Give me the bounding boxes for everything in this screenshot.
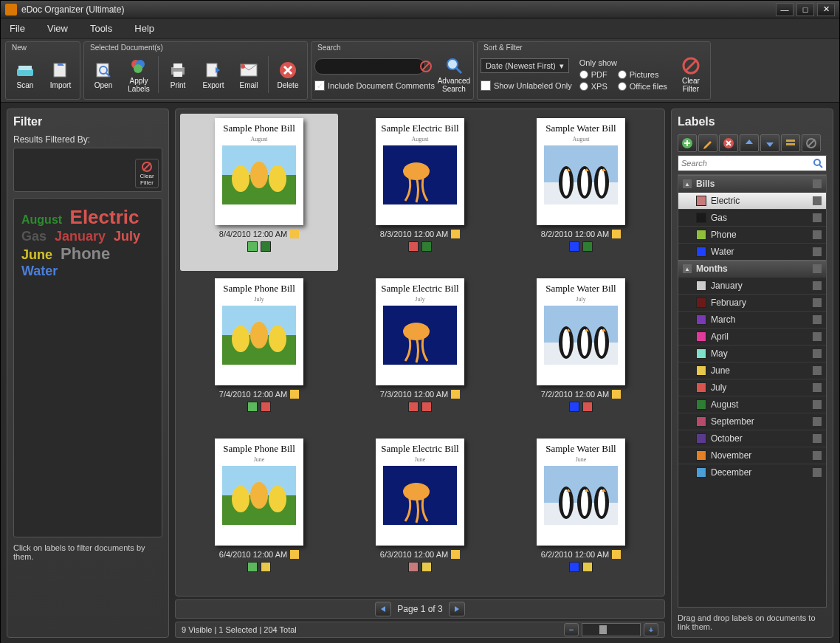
label-item[interactable]: March bbox=[678, 311, 826, 328]
clear-filter-small-button[interactable]: Clear Filter bbox=[135, 159, 159, 188]
export-button[interactable]: Export bbox=[197, 54, 230, 95]
label-checkbox[interactable] bbox=[813, 298, 822, 307]
label-edit-button[interactable] bbox=[698, 134, 717, 152]
label-item[interactable]: January bbox=[678, 277, 826, 294]
label-down-button[interactable] bbox=[760, 134, 779, 152]
label-item[interactable]: December bbox=[678, 464, 826, 481]
document-cell[interactable]: Sample Phone BillJuly7/4/2010 12:00 AM bbox=[180, 274, 338, 431]
document-cell[interactable]: Sample Water BillJuly7/2/2010 12:00 AM bbox=[502, 274, 660, 431]
note-icon[interactable] bbox=[451, 390, 460, 399]
note-icon[interactable] bbox=[290, 390, 299, 399]
label-item[interactable]: November bbox=[678, 447, 826, 464]
label-checkbox[interactable] bbox=[813, 213, 822, 222]
office-radio[interactable] bbox=[618, 82, 627, 91]
sort-dropdown[interactable]: Date (Newest First) ▾ bbox=[481, 58, 569, 73]
note-icon[interactable] bbox=[451, 550, 460, 559]
label-search-input[interactable] bbox=[681, 159, 813, 168]
delete-button[interactable]: Delete bbox=[272, 54, 304, 95]
group-checkbox[interactable] bbox=[813, 264, 822, 273]
label-up-button[interactable] bbox=[740, 134, 759, 152]
label-add-button[interactable] bbox=[678, 134, 697, 152]
pdf-radio[interactable] bbox=[579, 70, 588, 79]
label-group-header[interactable]: ▴Bills bbox=[678, 175, 826, 192]
label-checkbox[interactable] bbox=[813, 434, 822, 443]
menu-view[interactable]: View bbox=[47, 23, 68, 34]
filter-tag[interactable]: Gas bbox=[21, 229, 50, 244]
email-button[interactable]: Email bbox=[233, 54, 265, 95]
unlabeled-checkbox[interactable] bbox=[481, 80, 491, 91]
note-icon[interactable] bbox=[612, 230, 621, 238]
label-item[interactable]: Electric bbox=[678, 192, 826, 209]
label-checkbox[interactable] bbox=[813, 349, 822, 358]
note-icon[interactable] bbox=[451, 230, 460, 238]
print-button[interactable]: Print bbox=[162, 54, 194, 95]
label-item[interactable]: June bbox=[678, 362, 826, 379]
menu-file[interactable]: File bbox=[10, 23, 25, 34]
maximize-button[interactable]: □ bbox=[796, 3, 814, 16]
search-icon[interactable] bbox=[813, 158, 823, 168]
filter-tag[interactable]: Water bbox=[21, 264, 58, 278]
label-checkbox[interactable] bbox=[813, 468, 822, 477]
note-icon[interactable] bbox=[290, 550, 299, 559]
collapse-icon[interactable]: ▴ bbox=[683, 179, 692, 188]
import-button[interactable]: Import bbox=[44, 54, 77, 95]
label-checkbox[interactable] bbox=[813, 196, 822, 205]
scan-button[interactable]: Scan bbox=[9, 54, 41, 95]
group-checkbox[interactable] bbox=[813, 179, 822, 188]
label-checkbox[interactable] bbox=[813, 315, 822, 324]
label-item[interactable]: April bbox=[678, 328, 826, 345]
next-page-button[interactable] bbox=[449, 602, 465, 616]
filter-tag[interactable]: Phone bbox=[61, 244, 110, 263]
open-button[interactable]: Open bbox=[87, 54, 120, 95]
label-checkbox[interactable] bbox=[813, 230, 822, 239]
zoom-out-button[interactable]: − bbox=[564, 623, 579, 636]
label-checkbox[interactable] bbox=[813, 400, 822, 409]
include-comments-checkbox[interactable]: ✓ bbox=[314, 80, 325, 91]
filter-tag[interactable]: August bbox=[21, 213, 66, 226]
document-cell[interactable]: Sample Electric BillJune6/3/2010 12:00 A… bbox=[341, 434, 499, 591]
document-cell[interactable]: Sample Electric BillAugust8/3/2010 12:00… bbox=[341, 114, 499, 271]
label-item[interactable]: September bbox=[678, 413, 826, 430]
filter-tag[interactable]: Electric bbox=[70, 206, 140, 228]
label-item[interactable]: October bbox=[678, 430, 826, 447]
search-input[interactable] bbox=[318, 62, 420, 71]
collapse-icon[interactable]: ▴ bbox=[683, 264, 692, 273]
label-group-button[interactable] bbox=[781, 134, 800, 152]
label-item[interactable]: Water bbox=[678, 243, 826, 260]
label-checkbox[interactable] bbox=[813, 281, 822, 290]
label-item[interactable]: August bbox=[678, 396, 826, 413]
label-item[interactable]: July bbox=[678, 379, 826, 396]
apply-labels-button[interactable]: Apply Labels bbox=[123, 54, 155, 95]
prev-page-button[interactable] bbox=[375, 602, 391, 616]
menu-help[interactable]: Help bbox=[134, 23, 154, 34]
xps-radio[interactable] bbox=[579, 82, 588, 91]
advanced-search-button[interactable]: Advanced Search bbox=[438, 54, 470, 95]
clear-filter-button[interactable]: Clear Filter bbox=[675, 54, 707, 95]
label-checkbox[interactable] bbox=[813, 366, 822, 375]
zoom-in-button[interactable]: + bbox=[644, 623, 658, 636]
document-cell[interactable]: Sample Phone BillAugust8/4/2010 12:00 AM bbox=[180, 114, 338, 271]
minimize-button[interactable]: — bbox=[776, 3, 793, 16]
document-cell[interactable]: Sample Water BillAugust8/2/2010 12:00 AM bbox=[502, 114, 660, 271]
label-checkbox[interactable] bbox=[813, 332, 822, 341]
label-item[interactable]: Phone bbox=[678, 226, 826, 243]
label-group-header[interactable]: ▴Months bbox=[678, 260, 826, 277]
zoom-slider[interactable] bbox=[582, 623, 641, 636]
label-checkbox[interactable] bbox=[813, 247, 822, 256]
document-cell[interactable]: Sample Phone BillJune6/4/2010 12:00 AM bbox=[180, 434, 338, 591]
label-delete-button[interactable] bbox=[719, 134, 738, 152]
label-item[interactable]: May bbox=[678, 345, 826, 362]
filter-tag[interactable]: January bbox=[55, 229, 109, 244]
label-clear-button[interactable] bbox=[802, 134, 821, 152]
filter-tag[interactable]: June bbox=[21, 247, 56, 262]
pictures-radio[interactable] bbox=[618, 70, 627, 79]
document-cell[interactable]: Sample Water BillJune6/2/2010 12:00 AM bbox=[502, 434, 660, 591]
menu-tools[interactable]: Tools bbox=[90, 23, 112, 34]
note-icon[interactable] bbox=[612, 390, 621, 399]
document-cell[interactable]: Sample Electric BillJuly7/3/2010 12:00 A… bbox=[341, 274, 499, 431]
filter-tag[interactable]: July bbox=[114, 229, 140, 244]
label-checkbox[interactable] bbox=[813, 417, 822, 426]
note-icon[interactable] bbox=[290, 230, 299, 238]
label-checkbox[interactable] bbox=[813, 383, 822, 392]
clear-search-icon[interactable] bbox=[420, 61, 432, 72]
